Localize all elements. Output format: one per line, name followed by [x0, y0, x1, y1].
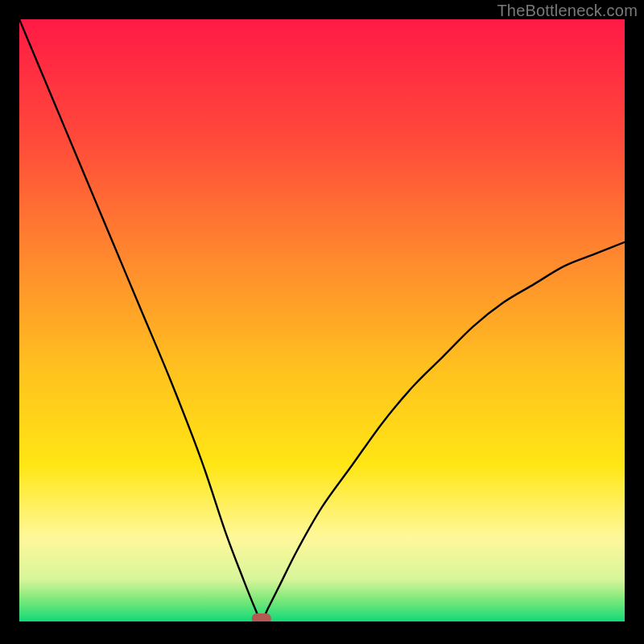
watermark-text: TheBottleneck.com [497, 2, 638, 20]
curve-minimum-marker [252, 613, 271, 621]
chart-svg [19, 19, 625, 621]
chart-frame: TheBottleneck.com [0, 0, 644, 644]
gradient-background [19, 19, 625, 621]
plot-area [19, 19, 625, 621]
